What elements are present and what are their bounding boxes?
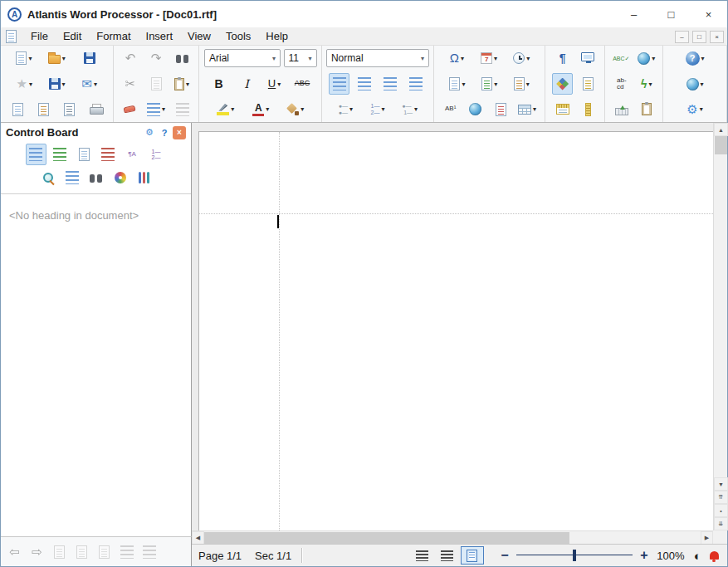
new-document-button[interactable]: ▾	[13, 47, 34, 69]
vertical-scroll-thumb[interactable]	[715, 136, 727, 154]
footnote-button[interactable]: AB¹	[440, 99, 461, 120]
cb-clips-button[interactable]	[134, 167, 154, 188]
mdi-minimize-button[interactable]: –	[675, 31, 689, 43]
dropdown-arrow-icon[interactable]: ▾	[526, 55, 530, 62]
dropdown-arrow-icon[interactable]: ▾	[349, 105, 353, 113]
horizontal-ruler-button[interactable]	[552, 99, 573, 120]
scroll-down-button[interactable]: ▼	[714, 477, 728, 491]
cb-headings-button[interactable]	[50, 144, 71, 165]
next-page-button[interactable]: ⇊	[714, 517, 728, 530]
keyboard-shortcuts-button[interactable]	[611, 99, 632, 120]
italic-button[interactable]: I	[237, 73, 257, 95]
control-board-close-button[interactable]: ×	[173, 126, 186, 139]
dropdown-arrow-icon[interactable]: ▾	[186, 81, 189, 88]
heading-style-button[interactable]	[94, 541, 115, 563]
options-button[interactable]: ⚙▾	[684, 99, 705, 120]
font-size-combo-arrow-icon[interactable]: ▾	[309, 55, 312, 62]
erase-formatting-button[interactable]	[120, 99, 140, 120]
bold-button[interactable]: B	[208, 73, 229, 95]
redo-button[interactable]: ↷	[146, 47, 167, 69]
dropdown-arrow-icon[interactable]: ▾	[533, 105, 536, 113]
cut-button[interactable]: ✂	[120, 73, 141, 95]
collapse-list-button[interactable]	[116, 541, 137, 563]
insert-table-button[interactable]: ▾	[515, 99, 539, 120]
print-button[interactable]	[86, 99, 106, 120]
mdi-restore-button[interactable]: □	[692, 31, 706, 43]
close-button[interactable]: ×	[690, 1, 727, 27]
dropdown-arrow-icon[interactable]: ▾	[29, 81, 32, 88]
dropdown-arrow-icon[interactable]: ▾	[526, 81, 530, 88]
menu-format[interactable]: Format	[89, 28, 138, 44]
dropdown-arrow-icon[interactable]: ▾	[700, 105, 703, 113]
sort-button[interactable]	[172, 99, 193, 120]
dropdown-arrow-icon[interactable]: ▾	[462, 81, 465, 88]
dropdown-arrow-icon[interactable]: ▾	[381, 105, 384, 113]
print-preview-button[interactable]	[59, 99, 80, 120]
dropdown-arrow-icon[interactable]: ▾	[414, 105, 418, 113]
control-board-toggle-button[interactable]	[552, 73, 573, 95]
zoom-in-button[interactable]: +	[636, 548, 652, 563]
zoom-slider[interactable]	[516, 550, 633, 561]
style-combo[interactable]: Normal▾	[326, 49, 429, 67]
document-icon[interactable]	[6, 30, 17, 43]
align-center-button[interactable]	[354, 73, 375, 95]
dropdown-arrow-icon[interactable]: ▾	[62, 81, 66, 88]
multilevel-list-button[interactable]: ●— 1—▾	[399, 99, 420, 120]
zoom-slider-knob[interactable]	[573, 550, 576, 561]
cb-document-overview-button[interactable]	[26, 144, 46, 165]
dropdown-arrow-icon[interactable]: ▾	[494, 81, 497, 88]
hyperlink-button[interactable]	[465, 99, 486, 120]
hyphenation-button[interactable]: ab- cd	[611, 73, 632, 95]
align-left-button[interactable]	[329, 73, 349, 95]
scroll-left-button[interactable]: ◀	[192, 531, 204, 545]
vertical-scrollbar[interactable]: ▲ ▼ ⇈ • ⇊	[713, 123, 727, 530]
dropdown-arrow-icon[interactable]: ▾	[300, 105, 304, 113]
nav-forward-button[interactable]: ⇨	[27, 541, 47, 563]
cb-proofing-button[interactable]	[98, 144, 119, 165]
underline-button[interactable]: U▾	[264, 73, 285, 95]
expand-list-button[interactable]	[139, 541, 159, 563]
style-combo-arrow-icon[interactable]: ▾	[421, 55, 424, 62]
dropdown-arrow-icon[interactable]: ▾	[266, 105, 269, 113]
autocorrect-button[interactable]: ϟ▾	[636, 73, 657, 95]
contrast-icon[interactable]: ◐	[694, 549, 701, 563]
zoom-value[interactable]: 100%	[652, 550, 689, 562]
save-button[interactable]	[79, 47, 100, 69]
bookmark-button[interactable]	[491, 99, 511, 120]
clone-document-button[interactable]	[7, 99, 28, 120]
dropdown-arrow-icon[interactable]: ▾	[652, 55, 655, 62]
nav-back-button[interactable]: ⇦	[4, 541, 25, 563]
menu-edit[interactable]: Edit	[56, 28, 89, 44]
insert-time-button[interactable]: ▾	[511, 47, 532, 69]
menu-tools[interactable]: Tools	[218, 28, 258, 44]
cb-zoom-button[interactable]	[37, 167, 58, 188]
favorites-button[interactable]: ★▾	[14, 73, 35, 95]
dropdown-arrow-icon[interactable]: ▾	[28, 55, 32, 62]
document-templates-button[interactable]	[33, 99, 54, 120]
section-indicator[interactable]: Sec 1/1	[248, 550, 298, 562]
dropdown-arrow-icon[interactable]: ▾	[162, 105, 165, 113]
insert-date-button[interactable]: 7▾	[478, 47, 500, 69]
next-heading-button[interactable]	[71, 541, 92, 563]
mdi-close-button[interactable]: ×	[710, 31, 724, 43]
vertical-ruler-button[interactable]	[578, 99, 599, 120]
font-name-combo-arrow-icon[interactable]: ▾	[272, 55, 276, 62]
control-board-help-button[interactable]: ?	[158, 126, 171, 139]
cb-find-button[interactable]	[86, 167, 106, 188]
find-button[interactable]	[172, 47, 193, 69]
font-name-combo[interactable]: Arial▾	[204, 49, 281, 67]
help-button[interactable]: ?▾	[683, 47, 707, 69]
dropdown-arrow-icon[interactable]: ▾	[461, 55, 464, 62]
browse-object-button[interactable]: •	[714, 504, 728, 517]
bullets-button[interactable]: ●— ●—▾	[335, 99, 356, 120]
menu-file[interactable]: File	[23, 28, 56, 44]
dropdown-arrow-icon[interactable]: ▾	[701, 81, 704, 88]
cb-colors-button[interactable]	[110, 167, 130, 188]
cb-paragraphs-button[interactable]	[61, 167, 82, 188]
horizontal-scroll-track[interactable]	[569, 531, 701, 544]
menu-help[interactable]: Help	[258, 28, 296, 44]
formatting-marks-button[interactable]: ¶	[552, 47, 573, 69]
previous-page-button[interactable]: ⇈	[714, 491, 728, 504]
draft-view-toggle-button[interactable]	[578, 73, 599, 95]
online-view-button[interactable]	[436, 546, 459, 565]
